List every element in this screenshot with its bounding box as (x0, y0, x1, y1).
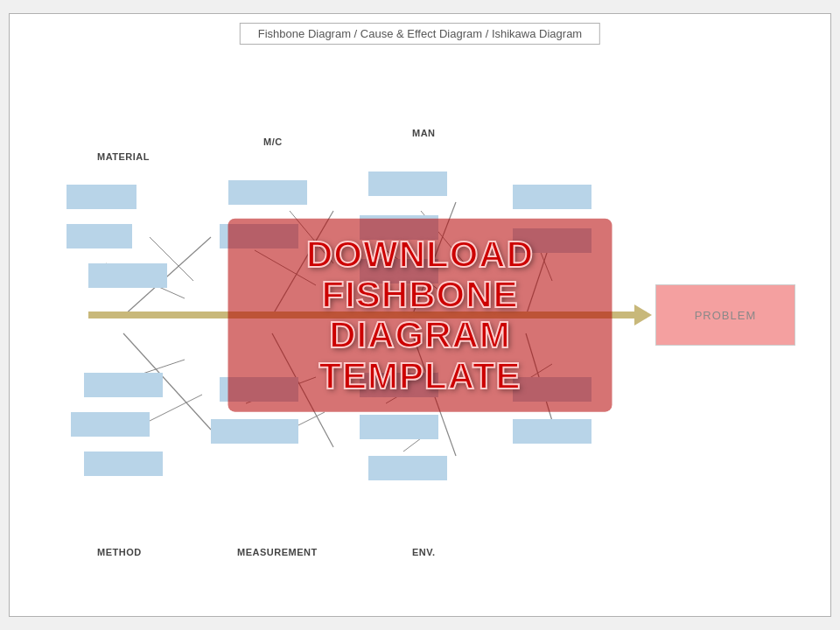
blue-box-8 (360, 259, 438, 284)
blue-box-14 (220, 377, 298, 402)
diagram-area: PROBLEM MATERIAL M/C MAN METHOD MEASUREM… (36, 62, 804, 568)
blue-box-18 (368, 456, 447, 480)
blue-box-10 (513, 228, 592, 253)
blue-box-15 (211, 419, 298, 444)
label-method: METHOD (97, 547, 142, 557)
svg-line-5 (255, 250, 316, 285)
blue-box-7 (360, 215, 438, 240)
blue-box-17 (360, 415, 438, 439)
spine-arrowhead (634, 304, 652, 326)
label-mc: M/C (263, 136, 283, 147)
blue-box-11 (84, 373, 163, 397)
label-env: ENV. (412, 547, 436, 557)
blue-box-6 (368, 172, 447, 196)
blue-box-3 (88, 263, 167, 288)
blue-box-1 (66, 185, 136, 209)
blue-box-5 (220, 224, 298, 248)
diagram-title: Fishbone Diagram / Cause & Effect Diagra… (240, 23, 600, 45)
blue-box-20 (513, 419, 592, 444)
page-container: Fishbone Diagram / Cause & Effect Diagra… (9, 13, 831, 617)
problem-box: PROBLEM (655, 284, 795, 346)
blue-box-9 (513, 185, 592, 209)
fishbone-spine (88, 312, 647, 318)
blue-box-12 (71, 412, 150, 437)
problem-label: PROBLEM (695, 309, 757, 322)
label-measurement: MEASUREMENT (237, 547, 318, 557)
blue-box-4 (228, 180, 307, 205)
blue-box-19 (513, 377, 592, 402)
blue-box-16 (360, 373, 438, 397)
label-material: MATERIAL (97, 151, 150, 162)
blue-box-2 (66, 224, 132, 248)
blue-box-13 (84, 452, 163, 476)
label-man: MAN (412, 128, 436, 138)
title-text: Fishbone Diagram / Cause & Effect Diagra… (258, 27, 582, 40)
